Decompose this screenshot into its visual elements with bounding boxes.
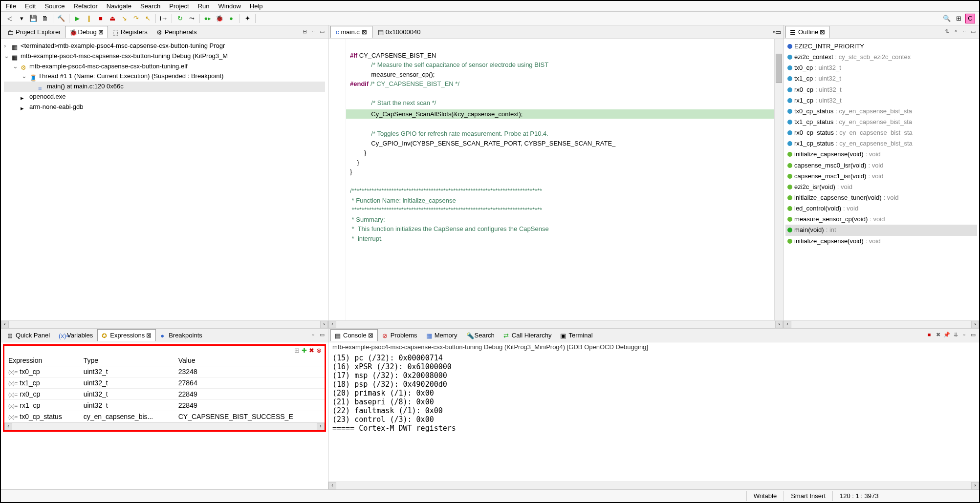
outline-item[interactable]: ezi2c_context : cy_stc_scb_ezi2c_contex bbox=[785, 52, 977, 63]
outline-filter-icon[interactable]: ⚬ bbox=[952, 28, 959, 36]
tab-memory[interactable]: ▦Memory bbox=[422, 329, 462, 341]
save-icon[interactable]: 💾 bbox=[28, 14, 38, 23]
outline-item[interactable]: rx1_cp : uint32_t bbox=[785, 95, 977, 106]
code-editor[interactable]: #if CY_CAPSENSE_BIST_EN /* Measure the s… bbox=[328, 39, 783, 320]
console-body[interactable]: (15) pc (/32): 0x00000714 (16) xPSR (/32… bbox=[328, 352, 979, 482]
code-body[interactable]: #if CY_CAPSENSE_BIST_EN /* Measure the s… bbox=[346, 39, 774, 320]
back-icon[interactable]: ◁ bbox=[5, 14, 15, 23]
debug-hscroll[interactable]: ‹› bbox=[1, 320, 328, 328]
outline-max-icon[interactable]: ▭ bbox=[969, 28, 977, 36]
debug-stop-icon[interactable]: ■ bbox=[96, 14, 106, 23]
outline-item[interactable]: rx1_cp_status : cy_en_capsense_bist_sta bbox=[785, 138, 977, 149]
outline-item[interactable]: initialize_capsense(void) : void bbox=[785, 149, 977, 160]
debug-elf[interactable]: mtb-example-psoc4-msc-capsense-csx-butto… bbox=[29, 62, 188, 72]
expr-add-icon[interactable]: ✚ bbox=[302, 347, 307, 354]
menu-edit[interactable]: Edit bbox=[25, 2, 36, 10]
outline-item[interactable]: main(void) : int bbox=[785, 225, 977, 235]
menu-file[interactable]: File bbox=[6, 2, 16, 10]
save-all-icon[interactable]: 🗎 bbox=[40, 14, 50, 23]
dropdown-icon[interactable]: ▾ bbox=[17, 14, 26, 23]
view-max-icon[interactable]: ▭ bbox=[318, 28, 326, 36]
tab-outline[interactable]: ☰Outline ⊠ bbox=[785, 26, 829, 38]
outline-sort-icon[interactable]: ⇅ bbox=[943, 28, 951, 36]
expr-tool-icon[interactable]: ⊞ bbox=[294, 347, 300, 354]
editor-max-icon[interactable]: ▭ bbox=[775, 28, 781, 36]
menu-help[interactable]: Help bbox=[250, 2, 263, 10]
tab-console[interactable]: ▤Console ⊠ bbox=[330, 329, 378, 341]
menu-refactor[interactable]: Refactor bbox=[74, 2, 98, 10]
outline-item[interactable]: rx0_cp : uint32_t bbox=[785, 84, 977, 95]
skip-icon[interactable]: ⤳ bbox=[187, 14, 196, 23]
outline-item[interactable]: tx1_cp : uint32_t bbox=[785, 73, 977, 84]
editor-hscroll[interactable]: ‹› bbox=[328, 320, 783, 328]
step-into-icon[interactable]: ↘ bbox=[119, 14, 129, 23]
menu-run[interactable]: Run bbox=[198, 2, 210, 10]
debug-icon[interactable]: 🐞 bbox=[215, 14, 224, 23]
outline-item[interactable]: capsense_msc0_isr(void) : void bbox=[785, 160, 977, 171]
debug-thread[interactable]: Thread #1 1 (Name: Current Execution) (S… bbox=[38, 71, 223, 82]
debug-frame[interactable]: main() at main.c:120 0x66c bbox=[47, 82, 124, 92]
console-hscroll[interactable]: ‹› bbox=[328, 482, 979, 489]
tab-terminal[interactable]: ▣Terminal bbox=[556, 329, 597, 341]
console-clear-icon[interactable]: ✖ bbox=[934, 332, 942, 339]
menu-source[interactable]: Source bbox=[44, 2, 65, 10]
table-row[interactable]: (x)=tx0_cpuint32_t23248 bbox=[4, 366, 325, 377]
table-row[interactable]: (x)=tx0_cp_statuscy_en_capsense_bis...CY… bbox=[4, 411, 325, 422]
expressions-table[interactable]: Expression Type Value (x)=tx0_cpuint32_t… bbox=[4, 355, 325, 422]
step-over-icon[interactable]: ↷ bbox=[131, 14, 141, 23]
debug-tree[interactable]: ›▦<terminated>mtb-example-psoc4-msc-caps… bbox=[1, 39, 328, 320]
tab-quick-panel[interactable]: ⊞Quick Panel bbox=[3, 329, 54, 341]
outline-item[interactable]: initialize_capsense_tuner(void) : void bbox=[785, 192, 977, 203]
debug-proc-openocd[interactable]: openocd.exe bbox=[29, 92, 65, 102]
outline-item[interactable]: EZI2C_INTR_PRIORITY bbox=[785, 41, 977, 52]
outline-item[interactable]: rx0_cp_status : cy_en_capsense_bist_sta bbox=[785, 127, 977, 138]
tab-call-hierarchy[interactable]: ⇄Call Hierarchy bbox=[499, 329, 556, 341]
editor-tab-main-c[interactable]: cmain.c ⊠ bbox=[330, 26, 372, 38]
table-row[interactable]: (x)=tx1_cpuint32_t27864 bbox=[4, 377, 325, 389]
outline-item[interactable]: tx0_cp : uint32_t bbox=[785, 63, 977, 73]
debug-disconnect-icon[interactable]: ⏏ bbox=[108, 14, 117, 23]
launch-terminated[interactable]: <terminated>mtb-example-psoc4-msc-capsen… bbox=[21, 41, 225, 51]
tab-breakpoints[interactable]: ●Breakpoints bbox=[156, 329, 207, 341]
outline-item[interactable]: measure_sensor_cp(void) : void bbox=[785, 214, 977, 225]
expr-hscroll[interactable]: ‹› bbox=[4, 422, 325, 430]
console-min-icon[interactable]: ▫ bbox=[960, 332, 968, 339]
tab-project-explorer[interactable]: 🗀Project Explorer bbox=[3, 26, 65, 38]
run-icon[interactable]: ●▸ bbox=[203, 14, 213, 23]
debug-resume-icon[interactable]: ▶ bbox=[72, 14, 82, 23]
tab-registers[interactable]: ⬚Registers bbox=[108, 26, 152, 38]
outline-list[interactable]: EZI2C_INTR_PRIORITYezi2c_context : cy_st… bbox=[784, 39, 979, 320]
outline-item[interactable]: tx0_cp_status : cy_en_capsense_bist_sta bbox=[785, 106, 977, 117]
tab-problems[interactable]: ⊘Problems bbox=[378, 329, 422, 341]
search-toolbar-icon[interactable]: 🔍 bbox=[942, 14, 952, 23]
console-stop-icon[interactable]: ■ bbox=[925, 332, 933, 339]
editor-tab-memory[interactable]: ▤0x10000040 bbox=[372, 26, 426, 38]
expr-max-icon[interactable]: ▭ bbox=[318, 332, 326, 339]
open-perspective-icon[interactable]: ⊞ bbox=[954, 14, 963, 23]
tab-variables[interactable]: (x)=Variables bbox=[54, 329, 97, 341]
expr-remove-icon[interactable]: ✖ bbox=[309, 347, 314, 354]
debug-proc-gdb[interactable]: arm-none-eabi-gdb bbox=[29, 102, 84, 112]
table-row[interactable]: (x)=rx1_cpuint32_t22849 bbox=[4, 400, 325, 411]
outline-item[interactable]: initialize_capsense(void) : void bbox=[785, 236, 977, 247]
outline-item[interactable]: capsense_msc1_isr(void) : void bbox=[785, 171, 977, 182]
cpp-perspective-icon[interactable]: C bbox=[965, 14, 975, 23]
console-scroll-icon[interactable]: ⇊ bbox=[952, 332, 959, 339]
launch-active[interactable]: mtb-example-psoc4-msc-capsense-csx-butto… bbox=[21, 51, 228, 62]
expr-removeall-icon[interactable]: ⊗ bbox=[316, 347, 322, 354]
coverage-icon[interactable]: ● bbox=[226, 14, 236, 23]
tab-expressions[interactable]: ✪Expressions ⊠ bbox=[97, 329, 156, 341]
console-pin-icon[interactable]: 📌 bbox=[943, 332, 951, 339]
step-return-icon[interactable]: ↖ bbox=[143, 14, 152, 23]
outline-item[interactable]: led_control(void) : void bbox=[785, 203, 977, 214]
instruction-step-icon[interactable]: i→ bbox=[159, 14, 169, 23]
outline-hscroll[interactable]: ‹› bbox=[784, 320, 979, 328]
console-max-icon[interactable]: ▭ bbox=[969, 332, 977, 339]
table-row[interactable]: (x)=rx0_cpuint32_t22849 bbox=[4, 389, 325, 400]
menu-navigate[interactable]: Navigate bbox=[107, 2, 131, 10]
menu-project[interactable]: Project bbox=[169, 2, 189, 10]
menu-window[interactable]: Window bbox=[218, 2, 241, 10]
view-menu-icon[interactable]: ⊟ bbox=[301, 28, 308, 36]
tab-search[interactable]: 🔦Search bbox=[462, 329, 499, 341]
tab-peripherals[interactable]: ⚙Peripherals bbox=[152, 26, 201, 38]
